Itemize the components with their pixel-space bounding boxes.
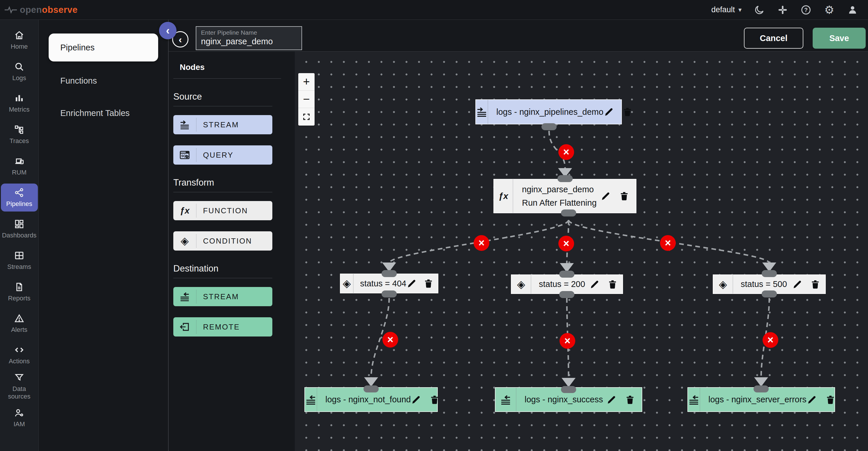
- sidebar-item-traces[interactable]: Traces: [1, 121, 38, 149]
- delete-node-button[interactable]: [625, 394, 635, 405]
- connection-handle-dest-success-in[interactable]: [561, 386, 576, 393]
- subnav-item-enrichment-tables[interactable]: Enrichment Tables: [49, 99, 158, 127]
- editor-header: ‹ Enter Pipeline Name Cancel Save: [169, 20, 868, 52]
- sidebar-item-alerts[interactable]: Alerts: [1, 309, 38, 337]
- delete-edge-button[interactable]: ×: [382, 332, 398, 348]
- edit-node-button[interactable]: [792, 279, 803, 290]
- cancel-button[interactable]: Cancel: [744, 28, 803, 49]
- connection-handle-function-in[interactable]: [558, 175, 572, 182]
- help-icon[interactable]: ?: [800, 4, 811, 16]
- sidebar-item-actions[interactable]: Actions: [1, 341, 38, 369]
- openobserve-logo-icon: [3, 3, 18, 17]
- connection-handle-cond200-out[interactable]: [559, 291, 575, 298]
- subnav-item-functions[interactable]: Functions: [49, 67, 158, 95]
- node-label: status = 500: [733, 279, 792, 289]
- node-function[interactable]: ƒx nginx_parse_demo Run After Flattening: [493, 179, 637, 213]
- chevron-left-icon: ‹: [179, 34, 182, 45]
- delete-edge-button[interactable]: ×: [763, 332, 778, 348]
- delete-node-button[interactable]: [619, 191, 629, 201]
- settings-gear-icon[interactable]: ⚙: [824, 4, 835, 16]
- search-icon: [14, 61, 25, 72]
- fit-view-button[interactable]: [298, 108, 315, 126]
- delete-node-button[interactable]: [429, 394, 440, 405]
- sidebar-item-pipelines[interactable]: Pipelines: [1, 184, 38, 212]
- delete-node-button[interactable]: [622, 107, 633, 117]
- edit-node-button[interactable]: [406, 278, 417, 289]
- edit-node-button[interactable]: [606, 394, 617, 405]
- connection-handle-cond404-in[interactable]: [381, 270, 397, 277]
- sidebar-item-iam[interactable]: IAM: [1, 404, 38, 432]
- edit-node-button[interactable]: [807, 394, 817, 405]
- delete-edge-button[interactable]: ×: [558, 236, 574, 251]
- pipeline-name-field[interactable]: Enter Pipeline Name: [196, 26, 302, 50]
- sidebar-item-metrics[interactable]: Metrics: [1, 89, 38, 117]
- sidebar-item-dashboards[interactable]: Dashboards: [1, 215, 38, 243]
- slack-icon[interactable]: [777, 4, 788, 16]
- sidebar-item-rum[interactable]: RUM: [1, 152, 38, 180]
- main-sidebar: Home Logs Metrics Traces RUM Pipelines D…: [0, 20, 39, 451]
- pipeline-editor: ‹ Enter Pipeline Name Cancel Save Nodes …: [168, 20, 868, 451]
- save-button[interactable]: Save: [813, 28, 866, 49]
- node-label: logs - nginx_not_found: [317, 395, 411, 404]
- pipeline-canvas[interactable]: + − logs: [295, 52, 868, 451]
- pipelines-subnav: Pipelines Functions Enrichment Tables: [39, 20, 168, 451]
- alerts-warning-icon: [14, 313, 25, 324]
- stream-input-icon: [173, 118, 196, 131]
- palette-query-button[interactable]: SQL QUERY: [173, 145, 272, 164]
- connection-handle-cond200-in[interactable]: [559, 271, 575, 278]
- edit-node-button[interactable]: [600, 191, 611, 201]
- connection-handle-dest-not-found-in[interactable]: [364, 386, 379, 392]
- palette-function-button[interactable]: ƒx FUNCTION: [173, 201, 272, 220]
- section-title-destination: Destination: [173, 263, 295, 274]
- palette-remote-button[interactable]: REMOTE: [173, 317, 272, 336]
- delete-edge-button[interactable]: ×: [558, 144, 574, 160]
- delete-node-button[interactable]: [825, 394, 836, 405]
- sidebar-item-reports[interactable]: Reports: [1, 278, 38, 306]
- user-avatar-icon[interactable]: [847, 4, 858, 16]
- openobserve-logo: openobserve: [3, 3, 78, 17]
- stream-output-icon: [173, 290, 196, 303]
- node-label: status = 404: [353, 279, 406, 289]
- connection-handle-cond500-out[interactable]: [762, 291, 777, 297]
- sidebar-item-data-sources[interactable]: Data sources: [1, 372, 38, 400]
- connection-handle-source-out[interactable]: [541, 123, 557, 130]
- remote-export-icon: [173, 320, 196, 334]
- connection-handle-cond404-out[interactable]: [381, 291, 397, 297]
- palette-stream-source-button[interactable]: STREAM: [173, 115, 272, 134]
- delete-edge-button[interactable]: ×: [660, 235, 676, 251]
- stream-output-icon: [688, 388, 700, 411]
- stream-input-icon: [476, 100, 488, 124]
- home-icon: [14, 30, 25, 40]
- pipeline-name-input[interactable]: [201, 37, 297, 46]
- nodes-palette: Nodes Source STREAM SQL: [169, 52, 295, 451]
- delete-node-button[interactable]: [607, 279, 618, 290]
- brand-wordmark: openobserve: [20, 5, 78, 15]
- palette-condition-button[interactable]: ◈ CONDITION: [173, 231, 272, 250]
- palette-stream-destination-button[interactable]: STREAM: [173, 287, 272, 306]
- connection-handle-cond500-in[interactable]: [762, 270, 777, 277]
- edit-node-button[interactable]: [603, 107, 614, 117]
- connection-handle-function-out[interactable]: [561, 209, 576, 216]
- edit-node-button[interactable]: [589, 279, 600, 290]
- data-sources-funnel-icon: [14, 372, 25, 383]
- streams-table-icon: [14, 250, 25, 261]
- dark-mode-moon-icon[interactable]: [754, 4, 765, 16]
- sidebar-item-streams[interactable]: Streams: [1, 246, 38, 274]
- zoom-in-button[interactable]: +: [298, 73, 315, 91]
- delete-node-button[interactable]: [810, 279, 820, 290]
- canvas-zoom-controls: + −: [298, 73, 315, 126]
- reports-document-icon: [14, 282, 25, 292]
- connection-handle-dest-server-errors-in[interactable]: [753, 386, 769, 392]
- sidebar-item-home[interactable]: Home: [1, 26, 38, 54]
- palette-title: Nodes: [180, 63, 295, 72]
- delete-edge-button[interactable]: ×: [560, 333, 575, 349]
- org-selector[interactable]: default ▾: [711, 5, 742, 14]
- edit-node-button[interactable]: [411, 394, 421, 405]
- zoom-out-button[interactable]: −: [298, 91, 315, 108]
- sidebar-item-logs[interactable]: Logs: [1, 58, 38, 86]
- collapse-subnav-button[interactable]: ‹: [159, 22, 177, 39]
- node-source-stream[interactable]: logs - nginx_pipelines_demo: [475, 99, 622, 124]
- delete-edge-button[interactable]: ×: [474, 235, 489, 251]
- delete-node-button[interactable]: [423, 278, 434, 289]
- subnav-item-pipelines[interactable]: Pipelines: [49, 33, 158, 61]
